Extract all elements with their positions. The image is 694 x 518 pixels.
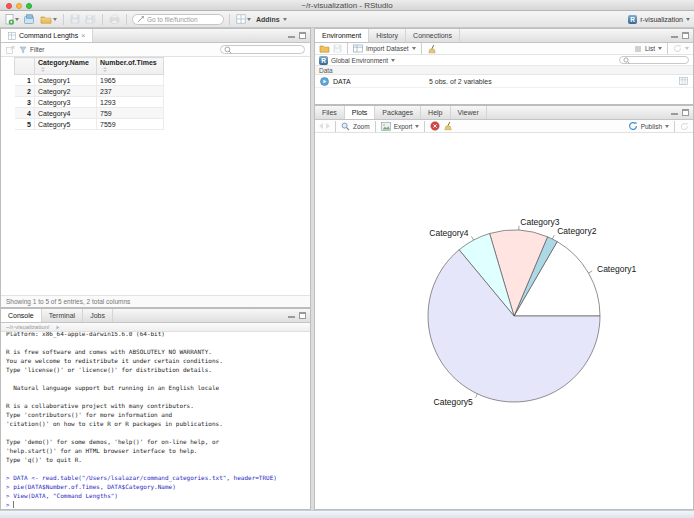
column-header-number-of-times[interactable]: Number.of.Times <box>97 58 164 75</box>
remove-plot-icon[interactable] <box>430 121 440 131</box>
global-environment-label: Global Environment <box>331 57 388 64</box>
addins-button[interactable]: Addins <box>255 15 288 24</box>
tab-terminal[interactable]: Terminal <box>42 309 83 322</box>
table-cell: Category4 <box>35 108 97 119</box>
new-file-button[interactable] <box>4 13 20 26</box>
table-row[interactable]: 5Category57559 <box>15 119 164 130</box>
console-output-line: Type 'q()' to quit R. <box>6 455 310 464</box>
table-row[interactable]: 3Category31293 <box>15 97 164 108</box>
workspace-panes-button[interactable] <box>235 13 252 25</box>
refresh-icon <box>673 44 682 53</box>
console-output-line <box>6 374 310 383</box>
global-environment-caret-icon <box>391 59 395 62</box>
save-all-icon <box>85 14 96 24</box>
toolbar-separator <box>375 121 376 132</box>
pie-label-tick <box>476 394 478 398</box>
tab-history[interactable]: History <box>369 29 406 42</box>
console-output-line: 'citation()' on how to cite R or R packa… <box>6 419 310 428</box>
clear-environment-broom-icon[interactable] <box>427 44 437 54</box>
viewer-search-input[interactable] <box>220 45 305 54</box>
new-project-button[interactable] <box>23 13 36 25</box>
table-cell: 7559 <box>97 119 164 130</box>
print-button[interactable] <box>108 13 121 25</box>
publish-icon <box>628 121 638 131</box>
popout-icon[interactable] <box>6 46 15 54</box>
zoom-label: Zoom <box>353 123 370 130</box>
list-view-button[interactable]: List <box>634 45 662 53</box>
tab-environment[interactable]: Environment <box>315 29 369 42</box>
publish-label: Publish <box>641 123 662 130</box>
print-icon <box>109 14 120 24</box>
import-dataset-button[interactable]: Import Dataset <box>353 44 416 53</box>
next-plot-icon[interactable] <box>326 123 330 129</box>
clear-all-plots-broom-icon[interactable] <box>443 121 453 131</box>
viewer-toolbar: Filter <box>1 43 310 57</box>
maximize-pane-icon[interactable] <box>682 32 689 39</box>
tab-viewer[interactable]: Viewer <box>451 106 487 119</box>
new-file-caret-icon <box>15 18 19 21</box>
tab-command-lengths[interactable]: Command Lengths × <box>1 29 93 42</box>
minimize-pane-icon[interactable] <box>288 32 295 39</box>
minimize-pane-icon[interactable] <box>671 109 678 116</box>
project-menu-button[interactable]: R r-visualization <box>628 15 690 24</box>
console-output-line <box>6 338 310 347</box>
table-row[interactable]: 2Category2237 <box>15 86 164 97</box>
minimize-pane-icon[interactable] <box>288 312 295 319</box>
export-plot-button[interactable]: Export <box>381 122 420 131</box>
viewer-status-text: Showing 1 to 5 of 5 entries, 2 total col… <box>1 295 310 307</box>
column-header-category-name[interactable]: Category.Name <box>35 58 97 75</box>
project-caret-icon <box>686 18 690 21</box>
data-viewer-tabstrip: Command Lengths × <box>1 29 310 43</box>
row-number-header[interactable] <box>15 58 35 75</box>
data-viewer-pane: Command Lengths × Filter Category.N <box>0 28 311 308</box>
tab-packages[interactable]: Packages <box>375 106 421 119</box>
save-workspace-icon[interactable] <box>333 44 342 53</box>
titlebar: ~/r-visualization - RStudio <box>0 0 694 11</box>
filter-button[interactable]: Filter <box>19 46 44 54</box>
environment-toolbar: Import Dataset List <box>315 43 693 55</box>
tab-plots[interactable]: Plots <box>345 106 376 119</box>
previous-plot-icon[interactable] <box>319 123 323 129</box>
maximize-pane-icon[interactable] <box>299 32 306 39</box>
tab-console[interactable]: Console <box>1 309 42 322</box>
table-cell: Category2 <box>35 86 97 97</box>
table-row[interactable]: 4Category4759 <box>15 108 164 119</box>
console-input-line: > <box>6 500 310 509</box>
minimize-pane-icon[interactable] <box>671 32 678 39</box>
window-title: ~/r-visualization - RStudio <box>0 0 694 11</box>
environment-object-row[interactable]: DATA 5 obs. of 2 variables <box>315 75 693 88</box>
environment-scope-row: R Global Environment <box>315 55 693 66</box>
publish-button[interactable]: Publish <box>628 121 669 131</box>
workspace-panes-icon <box>236 14 246 24</box>
environment-search-input[interactable] <box>619 56 689 64</box>
goto-file-input[interactable]: Go to file/function <box>132 14 224 25</box>
zoom-plot-button[interactable]: Zoom <box>341 122 370 131</box>
table-cell: 759 <box>97 108 164 119</box>
list-view-label: List <box>645 45 655 52</box>
tab-connections[interactable]: Connections <box>406 29 460 42</box>
save-all-button[interactable] <box>84 13 97 25</box>
open-file-button[interactable] <box>39 14 58 25</box>
close-tab-icon[interactable]: × <box>81 32 85 39</box>
tab-help[interactable]: Help <box>421 106 450 119</box>
table-cell: Category1 <box>35 75 97 86</box>
view-table-icon[interactable] <box>679 77 688 85</box>
tab-files[interactable]: Files <box>315 106 345 119</box>
global-environment-selector[interactable]: Global Environment <box>331 57 395 64</box>
maximize-pane-icon[interactable] <box>299 312 306 319</box>
open-workspace-icon[interactable] <box>319 44 330 53</box>
tab-jobs[interactable]: Jobs <box>83 309 113 322</box>
maximize-pane-icon[interactable] <box>682 109 689 116</box>
console-output-line <box>6 464 310 473</box>
save-button[interactable] <box>69 13 81 25</box>
open-file-caret-icon <box>53 18 57 21</box>
console-popout-icon[interactable] <box>53 324 61 331</box>
refresh-plots-icon[interactable] <box>680 122 689 131</box>
sort-icon <box>41 67 45 72</box>
table-header-row: Category.Name Number.of.Times <box>15 58 164 75</box>
console-output[interactable]: Platform: x86_64-apple-darwin15.6.0 (64-… <box>1 332 310 509</box>
rstudio-window: ~/r-visualization - RStudio Go to file/f… <box>0 0 694 518</box>
table-row[interactable]: 1Category11965 <box>15 75 164 86</box>
refresh-environment-button[interactable] <box>673 44 689 53</box>
toolbar-separator <box>667 43 668 54</box>
